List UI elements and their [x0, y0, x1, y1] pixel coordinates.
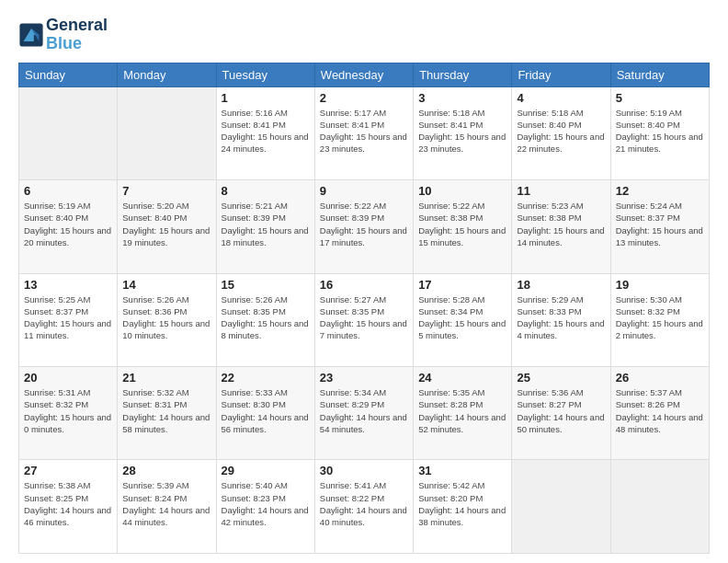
day-number: 27	[24, 464, 112, 477]
calendar-cell: 14Sunrise: 5:26 AM Sunset: 8:36 PM Dayli…	[118, 273, 216, 366]
calendar-cell: 1Sunrise: 5:16 AM Sunset: 8:41 PM Daylig…	[216, 86, 314, 179]
day-number: 14	[122, 278, 210, 292]
calendar-cell: 16Sunrise: 5:27 AM Sunset: 8:35 PM Dayli…	[314, 273, 413, 366]
day-number: 23	[320, 371, 408, 385]
weekday-header-thursday: Thursday	[414, 63, 512, 86]
calendar-cell: 6Sunrise: 5:19 AM Sunset: 8:40 PM Daylig…	[19, 180, 118, 273]
calendar-cell: 22Sunrise: 5:33 AM Sunset: 8:30 PM Dayli…	[216, 367, 314, 460]
weekday-header-wednesday: Wednesday	[314, 63, 413, 86]
day-info: Sunrise: 5:40 AM Sunset: 8:23 PM Dayligh…	[222, 479, 310, 528]
day-info: Sunrise: 5:21 AM Sunset: 8:39 PM Dayligh…	[222, 200, 310, 248]
header: General Blue	[18, 17, 710, 53]
day-info: Sunrise: 5:37 AM Sunset: 8:26 PM Dayligh…	[616, 386, 704, 435]
day-info: Sunrise: 5:22 AM Sunset: 8:38 PM Dayligh…	[418, 200, 506, 248]
day-number: 4	[517, 91, 605, 105]
day-info: Sunrise: 5:28 AM Sunset: 8:34 PM Dayligh…	[418, 293, 506, 342]
day-info: Sunrise: 5:17 AM Sunset: 8:41 PM Dayligh…	[320, 107, 408, 155]
weekday-header-saturday: Saturday	[610, 63, 709, 86]
calendar-cell	[512, 460, 610, 554]
day-info: Sunrise: 5:42 AM Sunset: 8:20 PM Dayligh…	[418, 479, 506, 528]
day-number: 9	[320, 184, 408, 198]
logo-line2: Blue	[46, 35, 108, 53]
day-info: Sunrise: 5:29 AM Sunset: 8:33 PM Dayligh…	[517, 293, 605, 342]
calendar-cell: 31Sunrise: 5:42 AM Sunset: 8:20 PM Dayli…	[414, 460, 512, 554]
day-number: 30	[320, 464, 408, 477]
day-number: 20	[24, 371, 112, 385]
calendar-cell: 17Sunrise: 5:28 AM Sunset: 8:34 PM Dayli…	[414, 273, 512, 366]
day-info: Sunrise: 5:31 AM Sunset: 8:32 PM Dayligh…	[24, 386, 112, 435]
calendar-table: SundayMondayTuesdayWednesdayThursdayFrid…	[18, 63, 710, 554]
calendar-cell: 3Sunrise: 5:18 AM Sunset: 8:41 PM Daylig…	[414, 86, 512, 179]
day-info: Sunrise: 5:41 AM Sunset: 8:22 PM Dayligh…	[320, 479, 408, 528]
calendar-cell: 25Sunrise: 5:36 AM Sunset: 8:27 PM Dayli…	[512, 367, 610, 460]
day-number: 8	[222, 184, 310, 198]
day-number: 25	[517, 371, 605, 385]
calendar-cell: 15Sunrise: 5:26 AM Sunset: 8:35 PM Dayli…	[216, 273, 314, 366]
weekday-header-friday: Friday	[512, 63, 610, 86]
calendar-cell: 13Sunrise: 5:25 AM Sunset: 8:37 PM Dayli…	[19, 273, 118, 366]
day-info: Sunrise: 5:38 AM Sunset: 8:25 PM Dayligh…	[24, 479, 112, 528]
day-info: Sunrise: 5:16 AM Sunset: 8:41 PM Dayligh…	[222, 107, 310, 155]
week-row-2: 6Sunrise: 5:19 AM Sunset: 8:40 PM Daylig…	[19, 180, 710, 273]
day-info: Sunrise: 5:32 AM Sunset: 8:31 PM Dayligh…	[122, 386, 210, 435]
day-info: Sunrise: 5:34 AM Sunset: 8:29 PM Dayligh…	[320, 386, 408, 435]
calendar-cell: 29Sunrise: 5:40 AM Sunset: 8:23 PM Dayli…	[216, 460, 314, 554]
weekday-header-tuesday: Tuesday	[216, 63, 314, 86]
logo: General Blue	[18, 17, 108, 53]
calendar-cell	[610, 460, 709, 554]
calendar-cell: 27Sunrise: 5:38 AM Sunset: 8:25 PM Dayli…	[19, 460, 118, 554]
calendar-cell: 30Sunrise: 5:41 AM Sunset: 8:22 PM Dayli…	[314, 460, 413, 554]
calendar-cell: 2Sunrise: 5:17 AM Sunset: 8:41 PM Daylig…	[314, 86, 413, 179]
day-info: Sunrise: 5:27 AM Sunset: 8:35 PM Dayligh…	[320, 293, 408, 342]
week-row-4: 20Sunrise: 5:31 AM Sunset: 8:32 PM Dayli…	[19, 367, 710, 460]
calendar-cell: 5Sunrise: 5:19 AM Sunset: 8:40 PM Daylig…	[610, 86, 709, 179]
day-number: 13	[24, 278, 112, 292]
day-number: 24	[418, 371, 506, 385]
day-number: 31	[418, 464, 506, 477]
weekday-header-sunday: Sunday	[19, 63, 118, 86]
day-number: 10	[418, 184, 506, 198]
calendar-cell: 9Sunrise: 5:22 AM Sunset: 8:39 PM Daylig…	[314, 180, 413, 273]
day-info: Sunrise: 5:39 AM Sunset: 8:24 PM Dayligh…	[122, 479, 210, 528]
day-number: 19	[616, 278, 704, 292]
day-info: Sunrise: 5:18 AM Sunset: 8:40 PM Dayligh…	[517, 107, 605, 155]
day-number: 11	[517, 184, 605, 198]
day-number: 16	[320, 278, 408, 292]
calendar-cell	[118, 86, 216, 179]
week-row-5: 27Sunrise: 5:38 AM Sunset: 8:25 PM Dayli…	[19, 460, 710, 554]
day-info: Sunrise: 5:20 AM Sunset: 8:40 PM Dayligh…	[122, 200, 210, 248]
day-info: Sunrise: 5:22 AM Sunset: 8:39 PM Dayligh…	[320, 200, 408, 248]
day-number: 28	[122, 464, 210, 477]
day-number: 26	[616, 371, 704, 385]
day-info: Sunrise: 5:26 AM Sunset: 8:35 PM Dayligh…	[222, 293, 310, 342]
day-info: Sunrise: 5:36 AM Sunset: 8:27 PM Dayligh…	[517, 386, 605, 435]
logo-line1: General	[46, 17, 108, 35]
logo-icon	[18, 22, 44, 48]
calendar-cell: 23Sunrise: 5:34 AM Sunset: 8:29 PM Dayli…	[314, 367, 413, 460]
calendar-cell	[19, 86, 118, 179]
day-info: Sunrise: 5:23 AM Sunset: 8:38 PM Dayligh…	[517, 200, 605, 248]
calendar-cell: 24Sunrise: 5:35 AM Sunset: 8:28 PM Dayli…	[414, 367, 512, 460]
day-info: Sunrise: 5:30 AM Sunset: 8:32 PM Dayligh…	[616, 293, 704, 342]
day-number: 5	[616, 91, 704, 105]
day-number: 29	[222, 464, 310, 477]
calendar-cell: 28Sunrise: 5:39 AM Sunset: 8:24 PM Dayli…	[118, 460, 216, 554]
day-info: Sunrise: 5:35 AM Sunset: 8:28 PM Dayligh…	[418, 386, 506, 435]
day-info: Sunrise: 5:19 AM Sunset: 8:40 PM Dayligh…	[616, 107, 704, 155]
day-number: 12	[616, 184, 704, 198]
day-number: 3	[418, 91, 506, 105]
day-number: 15	[222, 278, 310, 292]
day-number: 21	[122, 371, 210, 385]
page: General Blue SundayMondayTuesdayWednesda…	[0, 0, 728, 563]
day-number: 1	[222, 91, 310, 105]
day-info: Sunrise: 5:25 AM Sunset: 8:37 PM Dayligh…	[24, 293, 112, 342]
week-row-1: 1Sunrise: 5:16 AM Sunset: 8:41 PM Daylig…	[19, 86, 710, 179]
day-number: 17	[418, 278, 506, 292]
calendar-cell: 10Sunrise: 5:22 AM Sunset: 8:38 PM Dayli…	[414, 180, 512, 273]
calendar-cell: 12Sunrise: 5:24 AM Sunset: 8:37 PM Dayli…	[610, 180, 709, 273]
calendar-cell: 18Sunrise: 5:29 AM Sunset: 8:33 PM Dayli…	[512, 273, 610, 366]
calendar-cell: 26Sunrise: 5:37 AM Sunset: 8:26 PM Dayli…	[610, 367, 709, 460]
weekday-header-monday: Monday	[118, 63, 216, 86]
day-number: 7	[122, 184, 210, 198]
day-info: Sunrise: 5:33 AM Sunset: 8:30 PM Dayligh…	[222, 386, 310, 435]
